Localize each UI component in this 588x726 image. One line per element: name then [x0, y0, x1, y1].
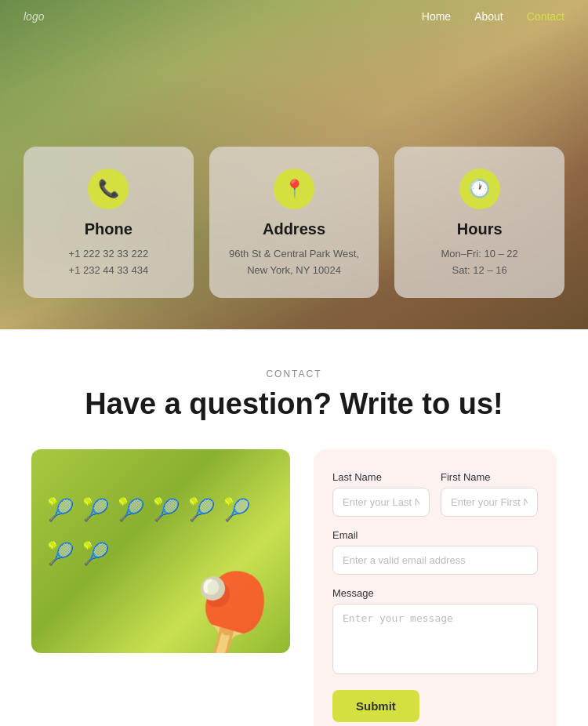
nav-about[interactable]: About	[474, 10, 503, 23]
email-group: Email	[332, 529, 538, 575]
email-input[interactable]	[332, 546, 538, 575]
contact-heading: Have a question? Write to us!	[31, 387, 557, 421]
first-name-label: First Name	[441, 471, 538, 483]
contact-body: Last Name First Name Email Message	[31, 449, 557, 726]
contact-image	[31, 449, 290, 653]
message-input[interactable]	[332, 604, 538, 674]
address-card: 📍 Address 96th St & Central Park West,Ne…	[209, 147, 379, 298]
contact-section: CONTACT Have a question? Write to us! La…	[0, 329, 588, 726]
address-icon: 📍	[274, 169, 314, 209]
phone-icon: 📞	[88, 169, 129, 209]
email-label: Email	[332, 529, 538, 541]
last-name-input[interactable]	[332, 488, 430, 517]
contact-label: CONTACT	[31, 368, 557, 379]
address-text: 96th St & Central Park West,New York, NY…	[225, 246, 364, 279]
message-label: Message	[332, 587, 538, 599]
phone-text: +1 222 32 33 222+1 232 44 33 434	[39, 246, 178, 279]
last-name-label: Last Name	[332, 471, 430, 483]
message-group: Message	[332, 587, 538, 674]
nav-contact[interactable]: Contact	[527, 10, 564, 23]
address-title: Address	[225, 220, 364, 238]
logo: logo	[24, 10, 44, 23]
name-row: Last Name First Name	[332, 471, 538, 517]
info-cards: 📞 Phone +1 222 32 33 222+1 232 44 33 434…	[24, 147, 564, 298]
contact-form: Last Name First Name Email Message	[332, 471, 538, 722]
contact-form-wrapper: Last Name First Name Email Message	[314, 449, 557, 726]
nav-links: Home About Contact	[422, 9, 564, 24]
hero-section: logo Home About Contact 📞 Phone +1 222 3…	[0, 0, 588, 329]
phone-card: 📞 Phone +1 222 32 33 222+1 232 44 33 434	[24, 147, 194, 298]
hours-icon: 🕐	[459, 169, 500, 209]
hours-title: Hours	[410, 220, 549, 238]
hours-text: Mon–Fri: 10 – 22Sat: 12 – 16	[410, 246, 549, 279]
phone-title: Phone	[39, 220, 178, 238]
hours-card: 🕐 Hours Mon–Fri: 10 – 22Sat: 12 – 16	[394, 147, 564, 298]
navigation: logo Home About Contact	[0, 0, 588, 33]
nav-home[interactable]: Home	[422, 10, 451, 23]
first-name-input[interactable]	[441, 488, 538, 517]
last-name-group: Last Name	[332, 471, 430, 517]
first-name-group: First Name	[441, 471, 538, 517]
submit-button[interactable]: Submit	[332, 690, 419, 722]
